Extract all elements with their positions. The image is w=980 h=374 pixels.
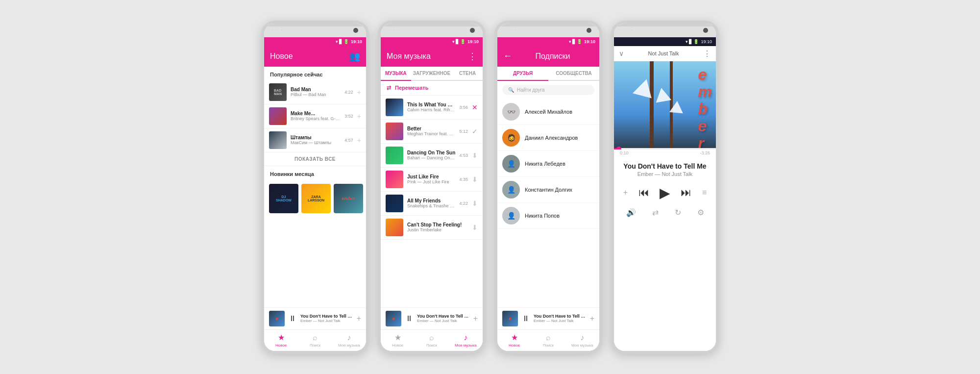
track-check-better[interactable]: ✓ (472, 127, 478, 135)
play-pause-btn-2[interactable]: ⏸ (405, 314, 413, 323)
camera-4 (703, 28, 708, 33)
track-thumb-friends (386, 195, 403, 212)
hardware-top-1: · · · (264, 24, 366, 37)
player-track-name-1: You Don't Have to Tell Me (300, 314, 353, 319)
status-time-4: 19:10 (701, 39, 712, 44)
album-zara[interactable]: ZARALARSSON (301, 184, 331, 213)
player-add-2[interactable]: + (473, 314, 478, 323)
more-icon-2[interactable]: ⋮ (468, 51, 477, 62)
status-bar-3: ▾ ▊ 🔋 19:10 (497, 37, 599, 46)
shuffle-button[interactable]: ⇄ Перемешать (381, 81, 483, 96)
phone-4: · · · ▾ ▊ 🔋 19:10 ∨ Not Just Talk ⋮ (611, 21, 719, 354)
track-remove-this[interactable]: ✕ (472, 103, 478, 111)
play-btn[interactable]: ▶ (660, 185, 670, 201)
tab-communities-3[interactable]: СООБЩЕСТВА (548, 67, 599, 81)
volume-btn[interactable]: + (623, 188, 628, 197)
track-thumb-cant (386, 219, 403, 236)
status-bar-4: ▾ ▊ 🔋 19:10 (614, 37, 716, 46)
nav-search-1[interactable]: ⌕ Поиск (298, 330, 332, 351)
track-item-better[interactable]: Better Meghan Trainor feat. Yo Gotti... … (381, 120, 483, 144)
track-name-badman: Bad Man (291, 87, 341, 92)
nav-new-1[interactable]: ★ Новое (264, 330, 298, 351)
track-download-cant[interactable]: ⬇ (472, 224, 478, 231)
speaker-btn[interactable]: 🔊 (626, 208, 636, 217)
play-pause-btn-3[interactable]: ⏸ (522, 314, 530, 323)
track-add-badman[interactable]: + (357, 88, 361, 96)
player-add-1[interactable]: + (357, 314, 361, 323)
track-add-stamps[interactable]: + (357, 136, 361, 144)
play-pause-btn-1[interactable]: ⏸ (289, 314, 296, 323)
friend-item-3[interactable]: 👤 Никита Лебедев (497, 151, 599, 177)
phones-container: · · · ▾ ▊ 🔋 19:10 Новое 👥 Популярное сей… (261, 21, 719, 354)
player-info-3: You Don't Have to Tell Me Ember — Not Ju… (534, 314, 586, 323)
nav-search-3[interactable]: ⌕ Поиск (531, 330, 565, 351)
track-artist-friends: Snakehips & Tinashe & Chance... (407, 203, 455, 208)
nav-search-2[interactable]: ⌕ Поиск (415, 330, 448, 351)
track-item-cant[interactable]: Can't Stop The Feeling! Justin Timberlak… (381, 216, 483, 240)
nav-search-label-3: Поиск (543, 343, 554, 348)
tab-downloaded-2[interactable]: ЗАГРУЖЕННОЕ (411, 67, 453, 81)
track-download-fire[interactable]: ⬇ (472, 175, 478, 183)
friend-search[interactable]: 🔍 Найти друга (502, 85, 594, 95)
people-icon[interactable]: 👥 (349, 51, 360, 62)
battery-icon-1: 🔋 (343, 39, 349, 44)
repeat-btn[interactable]: ↻ (675, 208, 681, 217)
nav-mymusic-2[interactable]: ♪ Моя музыка (449, 330, 483, 351)
music-icon-2: ♪ (464, 333, 467, 342)
track-duration-stamps: 4:57 (344, 138, 353, 143)
player-add-3[interactable]: + (590, 314, 594, 323)
settings-btn[interactable]: ⚙ (697, 208, 704, 217)
new-releases: DJSHADOW ZARALARSSON ember (264, 180, 366, 217)
search-icon-3b: ⌕ (546, 333, 551, 342)
tab-wall-2[interactable]: СТЕНА (452, 67, 483, 81)
friend-item-4[interactable]: 👤 Константин Долгих (497, 177, 599, 203)
queue-btn[interactable]: ≡ (702, 188, 707, 197)
friend-item-1[interactable]: 👓 Алексей Михайлов (497, 99, 599, 125)
track-artist-fire: P!nk — Just Like Fire (407, 179, 455, 184)
separator: — (655, 171, 662, 177)
player-thumb-3: e (502, 311, 518, 326)
shuffle-btn-4[interactable]: ⇄ (652, 208, 659, 217)
friend-name-3: Никита Лебедев (525, 161, 565, 167)
track-download-dancing[interactable]: ⬇ (472, 151, 478, 159)
chevron-down-icon[interactable]: ∨ (619, 50, 624, 57)
search-icon-1: ⌕ (313, 333, 318, 342)
status-time-3: 19:10 (584, 39, 595, 44)
status-time-1: 19:10 (351, 39, 362, 44)
phone-3: · · · ▾ ▊ 🔋 19:10 ← Подписки ДРУЗЬЯ СООБ… (494, 21, 602, 354)
app-content-1: Популярное сейчас BADMAN Bad Man Pitbul … (264, 67, 366, 307)
show-all-button[interactable]: ПОКАЗАТЬ ВСЕ (264, 152, 366, 166)
album-djshadow[interactable]: DJSHADOW (269, 184, 298, 213)
friend-item-2[interactable]: 🧔 Даниил Александров (497, 125, 599, 151)
nav-mymusic-3[interactable]: ♪ Моя музыка (565, 330, 599, 351)
dots-2: · · · (389, 28, 401, 32)
track-item-stamps[interactable]: Штампы МакСим — Штампы 4:57 + (264, 128, 366, 152)
track-item-makeme[interactable]: Make Me... Britney Spears feat. G-Eazy —… (264, 104, 366, 128)
tab-music-2[interactable]: МУЗЫКА (381, 67, 411, 81)
next-btn[interactable]: ⏭ (681, 186, 691, 199)
track-item-friends[interactable]: All My Friends Snakehips & Tinashe & Cha… (381, 192, 483, 216)
prev-btn[interactable]: ⏮ (638, 186, 649, 199)
track-name-cant: Can't Stop The Feeling! (407, 222, 468, 227)
tab-friends-3[interactable]: ДРУЗЬЯ (497, 67, 548, 81)
track-add-makeme[interactable]: + (357, 112, 361, 120)
nav-mymusic-1[interactable]: ♪ Моя музыка (332, 330, 366, 351)
wifi-icon-2: ▾ (452, 39, 455, 44)
track-download-friends[interactable]: ⬇ (472, 199, 478, 207)
back-icon-3[interactable]: ← (503, 51, 512, 61)
friend-item-5[interactable]: 👤 Никита Попов (497, 203, 599, 229)
track-item-badman[interactable]: BADMAN Bad Man Pitbul — Bad Man 4:22 + (264, 80, 366, 104)
track-info-this: This Is What You Came For Calvin Harris … (407, 102, 455, 112)
signal-icon-3: ▊ (572, 39, 576, 44)
track-item-dancing[interactable]: Dancing On The Sun Bahari — Dancing On T… (381, 144, 483, 168)
app-content-3: 🔍 Найти друга 👓 Алексей Михайлов 🧔 Дании… (497, 81, 599, 307)
track-item-this[interactable]: This Is What You Came For Calvin Harris … (381, 96, 483, 120)
album-ember[interactable]: ember (334, 184, 363, 213)
track-item-fire[interactable]: Just Like Fire P!nk — Just Like Fire 4:3… (381, 168, 483, 192)
player-track-info: You Don't Have to Tell Me Ember — Not Ju… (614, 156, 716, 180)
nav-new-2[interactable]: ★ Новое (381, 330, 415, 351)
nav-new-3[interactable]: ★ Новое (497, 330, 531, 351)
nav-search-label-2: Поиск (426, 343, 437, 348)
more-icon-4[interactable]: ⋮ (703, 49, 711, 58)
section-popular: Популярное сейчас (264, 67, 366, 80)
